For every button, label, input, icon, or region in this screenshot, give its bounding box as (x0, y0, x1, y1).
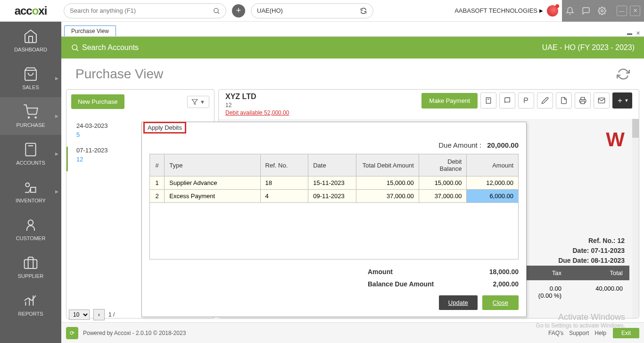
col-num: # (150, 154, 165, 176)
chat-icon[interactable] (582, 7, 590, 15)
logo-o: o (32, 4, 39, 17)
sidebar-item-sales[interactable]: SALES▶ (0, 59, 61, 97)
location-select[interactable]: UAE(HO) (251, 3, 373, 18)
more-actions-button[interactable]: ＋▼ (612, 92, 632, 109)
total-header: Total (568, 266, 629, 280)
mail-icon[interactable] (594, 92, 610, 109)
search-accounts-label: Search Accounts (82, 43, 139, 52)
company-name[interactable]: AABASOFT TECHNOLOGIES (454, 7, 537, 14)
due-amount-label: Due Amount : (438, 141, 481, 149)
svg-rect-17 (25, 259, 37, 268)
customer-icon (23, 218, 38, 233)
search-accounts-button[interactable]: Search Accounts (71, 43, 139, 52)
company-arrow-icon[interactable]: ▶ (539, 8, 543, 13)
page-text: 1 / (108, 311, 115, 318)
attach-icon[interactable] (480, 92, 496, 109)
modal-tab[interactable]: Apply Debits (143, 122, 186, 134)
pdf-icon[interactable] (556, 92, 572, 109)
chevron-right-icon: ▶ (55, 151, 58, 156)
edit-icon[interactable] (537, 92, 553, 109)
make-payment-button[interactable]: Make Payment (421, 93, 478, 109)
supplier-logo: W (558, 128, 625, 151)
sidebar-item-accounts[interactable]: ACCOUNTS▶ (0, 135, 61, 173)
table-row[interactable]: 1 Supplier Advance 18 15-11-2023 15,000.… (150, 176, 519, 190)
sidebar-label: DASHBOARD (14, 47, 47, 52)
bag-icon (23, 67, 38, 82)
due-amount-line: Due Amount : 20,000.00 (149, 141, 519, 149)
svg-point-14 (25, 183, 29, 187)
pagination: 10 ‹ 1 / (69, 309, 115, 320)
chevron-down-icon: ▼ (200, 99, 205, 105)
filter-button[interactable]: ▼ (187, 96, 209, 108)
help-link[interactable]: Help (594, 330, 606, 336)
faq-link[interactable]: FAQ's (548, 330, 563, 336)
calculator-icon (23, 142, 38, 157)
table-row[interactable]: 2 Excess Payment 4 09-11-2023 37,000.00 … (150, 190, 519, 203)
sidebar-item-supplier[interactable]: SUPPLIER (0, 248, 61, 286)
footer-logo-icon: ⟳ (66, 327, 78, 339)
chart-icon (23, 293, 38, 308)
close-button[interactable]: Close (482, 295, 519, 310)
debits-table: # Type Ref. No. Date Total Debit Amount … (149, 154, 519, 203)
supplier-name: XYZ LTD (225, 92, 289, 101)
global-search[interactable] (64, 3, 226, 18)
update-button[interactable]: Update (439, 295, 478, 310)
tab-close[interactable]: ✕ (636, 30, 640, 36)
logo-pre: acc (15, 4, 32, 17)
svg-point-21 (72, 45, 77, 50)
amount-label: Amount (368, 268, 462, 276)
park-icon[interactable] (518, 92, 534, 109)
sidebar-item-reports[interactable]: REPORTS (0, 286, 61, 324)
col-type: Type (165, 154, 260, 176)
tab-bar: Purchase View ▬ ✕ (61, 24, 644, 37)
print-icon[interactable] (575, 92, 591, 109)
sidebar-item-inventory[interactable]: INVENTORY▶ (0, 173, 61, 210)
sidebar-label: REPORTS (18, 311, 43, 317)
ref-no-label: Ref. No.: 12 (558, 236, 625, 246)
sidebar-item-customer[interactable]: CUSTOMER (0, 210, 61, 248)
svg-point-4 (28, 117, 30, 118)
sync-icon[interactable] (360, 7, 367, 15)
tab-minimize[interactable]: ▬ (627, 30, 632, 36)
total-cell: 40,000.00 (568, 280, 629, 304)
svg-point-16 (28, 220, 33, 225)
new-purchase-button[interactable]: New Purchase (71, 94, 124, 109)
balance-due-label: Balance Due Amount (368, 280, 462, 288)
footer: ⟳ Powered by Accoxi - 2.0.10 © 2018-2023… (61, 322, 644, 343)
bell-icon[interactable] (566, 7, 574, 15)
sidebar-label: ACCOUNTS (16, 160, 45, 166)
page-size-select[interactable]: 10 (69, 310, 90, 320)
sidebar-item-dashboard[interactable]: DASHBOARD (0, 22, 61, 59)
refresh-icon[interactable] (617, 67, 630, 81)
svg-point-5 (35, 117, 36, 118)
chevron-right-icon: ▶ (55, 76, 58, 81)
book-icon[interactable] (499, 92, 515, 109)
tab-purchase-view[interactable]: Purchase View (64, 25, 116, 36)
app-logo: accoxi (0, 0, 61, 22)
col-balance: Debit Balance (419, 154, 467, 176)
search-input[interactable] (70, 7, 213, 14)
powered-by: Powered by Accoxi - 2.0.10 © 2018-2023 (83, 330, 186, 336)
support-link[interactable]: Support (569, 330, 589, 336)
chevron-right-icon: ▶ (55, 114, 58, 118)
notification-dot[interactable] (547, 5, 558, 17)
debit-available-link[interactable]: Debit available 52,000.00 (225, 109, 289, 116)
sidebar-item-purchase[interactable]: PURCHASE▶ (0, 97, 61, 135)
svg-rect-6 (25, 143, 35, 156)
close-window[interactable]: ✕ (630, 6, 640, 16)
cart-icon (23, 104, 38, 119)
inventory-icon (23, 180, 38, 195)
search-icon (213, 7, 220, 15)
svg-point-2 (601, 9, 603, 12)
exit-button[interactable]: Exit (613, 328, 639, 338)
svg-point-0 (214, 8, 218, 12)
fiscal-year-label: UAE - HO (FY 2023 - 2023) (542, 43, 635, 52)
settings-icon[interactable] (598, 7, 606, 15)
table-empty-area (149, 203, 519, 259)
minimize-window[interactable]: — (617, 6, 627, 16)
scrollbar[interactable] (632, 119, 639, 318)
add-button[interactable]: + (232, 4, 245, 17)
sidebar-label: SUPPLIER (18, 273, 43, 279)
top-header: accoxi + UAE(HO) AABASOFT TECHNOLOGIES ▶… (0, 0, 644, 22)
prev-page-button[interactable]: ‹ (93, 309, 105, 320)
